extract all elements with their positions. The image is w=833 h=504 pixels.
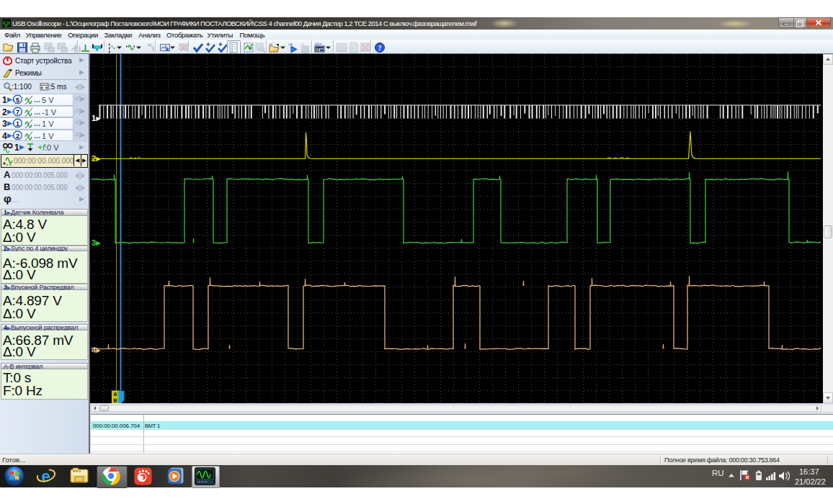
svg-text:А)(=: А)(= xyxy=(315,42,322,46)
svg-text:1: 1 xyxy=(16,120,19,127)
svg-text:3: 3 xyxy=(92,238,96,247)
svg-text:e: e xyxy=(41,467,50,485)
svg-text:B: B xyxy=(114,398,117,403)
svg-text:7: 7 xyxy=(16,109,19,116)
svg-text:?: ? xyxy=(378,44,382,52)
svg-text:5: 5 xyxy=(16,96,19,104)
svg-text:»с: »с xyxy=(269,42,273,46)
svg-text:»а: »а xyxy=(288,42,293,46)
svg-text:A: A xyxy=(114,392,117,397)
svg-text:»а: »а xyxy=(300,42,304,46)
svg-text:2: 2 xyxy=(16,132,19,140)
svg-text:1: 1 xyxy=(92,114,96,122)
svg-text:2: 2 xyxy=(92,154,96,163)
